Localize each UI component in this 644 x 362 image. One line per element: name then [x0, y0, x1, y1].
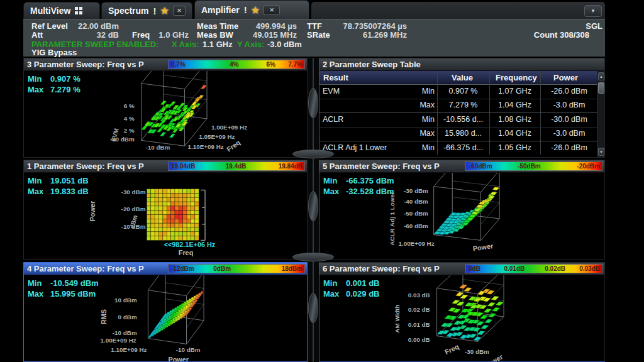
row-gap: [23, 260, 308, 262]
scale-tick: 18dBm: [282, 265, 303, 272]
w3-freqtick-0: 1.00E+09 Hz: [211, 124, 247, 131]
w1-yaxis-label: Power: [89, 200, 96, 221]
scale-tick: 0.02dB: [545, 265, 565, 272]
table-row[interactable]: EVM Min 0.907 % 1.07 GHz -26.0 dBm: [319, 85, 597, 99]
splitter-handle-horizontal[interactable]: [292, 150, 334, 158]
window-4-title: 4 Parameter Sweep: Freq vs P: [27, 264, 148, 273]
ref-level-value[interactable]: 22.00 dBm: [74, 21, 119, 31]
window-6-plot-area[interactable]: Min0.001 dB Max0.029 dB AM Width 0.03 dB…: [319, 275, 604, 361]
w4-freqtick-1: 1.10E+09 Hz: [111, 346, 147, 353]
window-1-titlebar[interactable]: 1 Parameter Sweep: Freq vs P 19.04dB 19.…: [24, 160, 307, 173]
tab-overflow-button[interactable]: ▼: [584, 5, 602, 17]
srate-value[interactable]: 61.269 MHz: [330, 30, 407, 40]
col-frequency[interactable]: Frequency: [496, 73, 537, 82]
window-3-titlebar[interactable]: 3 Parameter Sweep: Freq vs P 0.7% 4% 6% …: [24, 58, 307, 71]
meas-bw-value[interactable]: 49.015 MHz: [247, 30, 297, 40]
scale-tick: 0.03dB: [579, 265, 600, 272]
cell-bound: Max: [414, 129, 435, 138]
table-header-row: Result Value Frequency Power: [319, 71, 604, 85]
evm-3d-plot: 6 % 4 % 2 % EVM -30 dBm -10 dBm 1.00E+09…: [24, 71, 307, 157]
tab-multiview[interactable]: MultiView: [23, 2, 100, 19]
col-value[interactable]: Value: [452, 73, 473, 82]
window-4-color-scale: -12dBm 0dBm 18dBm: [168, 264, 305, 273]
window-6-color-scale: 0dB 0.01dB 0.02dB 0.03dB: [465, 264, 602, 273]
warning-icon: !: [153, 6, 157, 16]
w6-freq-axis-label: Freq: [443, 343, 460, 356]
tab-amplifier-close-button[interactable]: ✕: [264, 5, 280, 15]
window-4-plot-area[interactable]: Min-10.549 dBm Max15.995 dBm RMS 10 dBm …: [24, 275, 307, 361]
att-value[interactable]: 32 dB: [74, 30, 119, 40]
gain-heatmap-plot: Power -30 dBm -20 dBm -10 dBm dBm <<982.…: [24, 173, 307, 259]
heatmap-frame-bracket: [201, 190, 205, 241]
window-4-titlebar[interactable]: 4 Parameter Sweep: Freq vs P -12dBm 0dBm…: [24, 263, 307, 275]
w1-xaxis-label: Freq: [179, 249, 193, 256]
column-splitter[interactable]: [308, 58, 319, 362]
cell-value: 15.980 d...: [437, 129, 489, 138]
window-5-plot-area[interactable]: Min-66.375 dBm Max-32.528 dBm ACLR Adj 1…: [319, 173, 604, 259]
tab-multiview-label: MultiView: [30, 6, 70, 16]
window-2-titlebar[interactable]: 2 Parameter Sweep Table: [319, 58, 604, 71]
cell-bound: Min: [414, 87, 435, 96]
w6-zaxis-label: AM Width: [394, 304, 401, 332]
smartgrid: 3 Parameter Sweep: Freq vs P 0.7% 4% 6% …: [23, 58, 605, 362]
w1-freq-marker: <<982.1E+06 Hz: [164, 241, 216, 248]
splitter-handle-horizontal[interactable]: [292, 253, 334, 261]
cell-value: 7.279 %: [437, 101, 489, 109]
window-6-title: 6 Parameter Sweep: Freq vs P: [323, 264, 443, 273]
ttf-label: TTF: [307, 21, 322, 31]
splitter-handle-vertical[interactable]: [308, 293, 318, 323]
scale-tick: 0dB: [469, 265, 480, 272]
am-width-3d-plot: AM Width 0.03 dB 0.02 dB 0.01 dB 0.00 dB…: [319, 275, 604, 361]
w4-xaxis-label: Power: [168, 356, 189, 361]
cell-power: -26.0 dBm: [540, 87, 598, 96]
scale-tick: 7.7%: [288, 61, 303, 68]
scale-tick: 0dBm: [213, 265, 231, 272]
window-3-color-scale: 0.7% 4% 6% 7.7%: [168, 60, 305, 69]
table-row[interactable]: ACLR Adj 1 Lower Min -66.375 d... 1.05 G…: [319, 141, 597, 155]
cell-frequency: 1.07 GHz: [489, 87, 540, 96]
w3-ztick-1: 4 %: [124, 115, 135, 122]
table-row[interactable]: Max 15.980 d... 1.04 GHz -3.0 dBm: [319, 127, 597, 141]
cell-power: -3.0 dBm: [540, 129, 598, 138]
window-6-param-sweep: 6 Parameter Sweep: Freq vs P 0dB 0.01dB …: [319, 262, 605, 362]
window-3-title: 3 Parameter Sweep: Freq vs P: [27, 60, 148, 69]
splitter-handle-vertical[interactable]: [308, 191, 318, 221]
w6-xtick: -30 dBm: [465, 348, 489, 355]
col-power[interactable]: Power: [553, 73, 578, 82]
w5-xtick: 1.00E+09 Hz: [398, 240, 434, 247]
meas-time-value[interactable]: 499.994 µs: [247, 21, 297, 31]
col-result[interactable]: Result: [323, 73, 348, 82]
star-icon: ★: [252, 5, 260, 15]
scale-tick: -20dBm: [577, 163, 600, 170]
scroll-down-button[interactable]: ▼: [598, 148, 604, 156]
window-1-plot-area[interactable]: Min19.051 dB Max19.833 dB Power -30 dBm …: [24, 173, 307, 259]
table-row[interactable]: Max 7.279 % 1.04 GHz -3.0 dBm: [319, 99, 597, 112]
scale-tick: -12dBm: [171, 265, 194, 272]
window-3-plot-area[interactable]: Min0.907 % Max7.279 % 6 % 4 % 2 % EVM -3…: [24, 71, 307, 157]
table-scrollbar[interactable]: ▲ ▼: [597, 71, 604, 157]
window-5-titlebar[interactable]: 5 Parameter Sweep: Freq vs P -60dBm -50d…: [319, 160, 604, 173]
tab-spectrum[interactable]: Spectrum ! ★ ✕: [101, 2, 192, 19]
window-5-title: 5 Parameter Sweep: Freq vs P: [323, 162, 443, 171]
w5-ztick-1: -40 dBm: [404, 198, 428, 205]
tab-spectrum-close-button[interactable]: ✕: [173, 6, 186, 16]
window-6-titlebar[interactable]: 6 Parameter Sweep: Freq vs P 0dB 0.01dB …: [319, 263, 604, 275]
aclr-3d-plot: ACLR Adj 1 Lower -30 dBm -40 dBm -50 dBm…: [319, 173, 604, 259]
scale-tick: 19.04dB: [171, 163, 195, 170]
scroll-up-button[interactable]: ▲: [598, 72, 604, 80]
splitter-handle-vertical[interactable]: [308, 88, 318, 118]
w6-ztick-2: 0.01 dB: [408, 321, 430, 328]
tab-amplifier[interactable]: Amplifier ! ★ ✕: [194, 0, 309, 19]
w1-ytick-1: -20 dBm: [121, 206, 146, 212]
freq-value[interactable]: 1.0 GHz: [146, 30, 189, 40]
window-5-param-sweep: 5 Parameter Sweep: Freq vs P -60dBm -50d…: [319, 160, 605, 260]
scroll-thumb[interactable]: [598, 82, 604, 94]
w6-ztick-0: 0.03 dB: [408, 292, 430, 299]
cell-value: -66.375 d...: [437, 143, 489, 152]
table-row[interactable]: ACLR Min -10.556 d... 1.08 GHz -30.0 dBm: [319, 113, 597, 127]
window-2-title: 2 Parameter Sweep Table: [323, 60, 601, 69]
w3-corner-tick: -30 dBm: [110, 136, 135, 143]
scale-tick: 19.4dB: [226, 163, 247, 170]
ttf-value[interactable]: 78.735007264 µs: [330, 21, 407, 31]
cell-result: EVM: [323, 87, 340, 96]
